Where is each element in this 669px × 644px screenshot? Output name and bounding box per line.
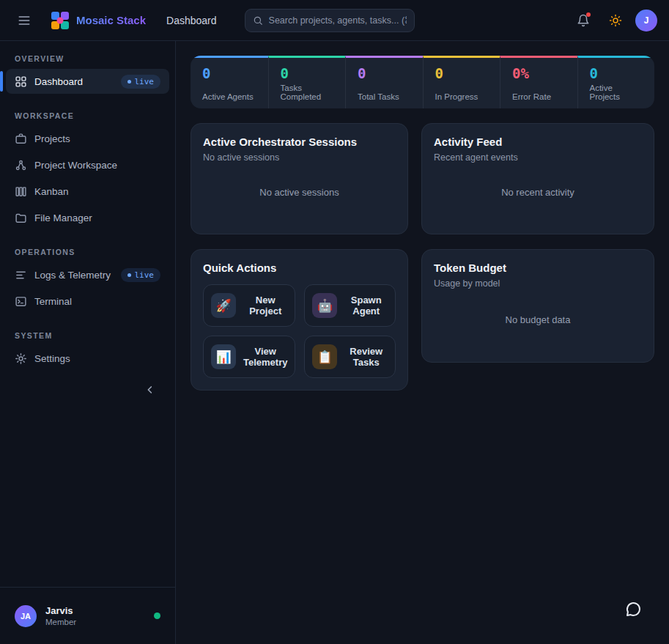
- sidebar-item-label: Projects: [34, 133, 70, 144]
- top-header: Mosaic Stack Dashboard J: [0, 0, 669, 41]
- sidebar-item-label: File Manager: [34, 212, 92, 223]
- stat-value: 0: [358, 67, 411, 81]
- sidebar-user-card[interactable]: JA Jarvis Member: [0, 587, 175, 644]
- hamburger-icon: [17, 13, 32, 28]
- live-badge: live: [121, 75, 161, 89]
- sidebar-item-label: Settings: [34, 353, 70, 364]
- sidebar-item-projects[interactable]: Projects: [6, 126, 169, 151]
- stat-value: 0: [202, 67, 256, 81]
- folder-icon: [15, 212, 27, 224]
- sidebar: OVERVIEW Dashboard live WORKSPACE Projec…: [0, 41, 176, 644]
- network-nodes-icon: [15, 159, 27, 171]
- terminal-icon: [15, 295, 27, 308]
- card-title: Quick Actions: [203, 262, 396, 274]
- grid-icon: [15, 75, 27, 88]
- bar-chart-icon: 📊: [211, 344, 236, 369]
- theme-toggle-button[interactable]: [603, 8, 628, 33]
- section-label-system: SYSTEM: [0, 324, 175, 344]
- sidebar-item-label: Terminal: [34, 296, 72, 307]
- live-badge: live: [121, 268, 161, 282]
- search-input[interactable]: [269, 15, 407, 26]
- global-search[interactable]: [245, 9, 415, 32]
- stat-label: Active Projects: [590, 84, 643, 101]
- activity-feed-card: Activity Feed Recent agent events No rec…: [421, 123, 654, 234]
- empty-state-text: No budget data: [506, 314, 571, 325]
- stat-label: Total Tasks: [358, 92, 411, 101]
- sidebar-item-label: Kanban: [34, 186, 69, 197]
- sidebar-item-label: Logs & Telemetry: [34, 270, 111, 281]
- sidebar-item-terminal[interactable]: Terminal: [6, 289, 169, 314]
- user-name: Jarvis: [45, 605, 76, 616]
- review-tasks-button[interactable]: 📋 Review Tasks: [304, 336, 396, 378]
- stat-cell: 0 Active Projects: [577, 56, 655, 108]
- action-label: Spawn Agent: [344, 295, 388, 317]
- chevron-left-icon: [144, 384, 156, 396]
- spawn-agent-button[interactable]: 🤖 Spawn Agent: [304, 284, 396, 327]
- active-sessions-card: Active Orchestrator Sessions No active s…: [191, 123, 408, 234]
- section-label-overview: OVERVIEW: [0, 47, 175, 67]
- sidebar-item-settings[interactable]: Settings: [6, 346, 169, 371]
- sidebar-item-label: Dashboard: [34, 76, 83, 87]
- chat-bubble-icon: [624, 601, 642, 618]
- stat-cell: 0 Active Agents: [191, 56, 268, 108]
- stat-label: Active Agents: [202, 92, 256, 101]
- rocket-icon: 🚀: [211, 293, 236, 318]
- stat-value: 0%: [512, 67, 566, 81]
- action-label: New Project: [243, 295, 287, 317]
- stat-cell: 0 Tasks Completed: [268, 56, 346, 108]
- brand-name: Mosaic Stack: [76, 14, 146, 26]
- app-logo[interactable]: Mosaic Stack: [51, 12, 146, 29]
- action-label: Review Tasks: [344, 346, 388, 368]
- sidebar-item-dashboard[interactable]: Dashboard live: [6, 69, 169, 94]
- card-title: Active Orchestrator Sessions: [203, 136, 396, 148]
- sidebar-item-logs-telemetry[interactable]: Logs & Telemetry live: [6, 262, 169, 287]
- robot-icon: 🤖: [312, 293, 337, 318]
- hamburger-menu-button[interactable]: [12, 8, 37, 33]
- stat-value: 0: [281, 67, 334, 81]
- stat-label: In Progress: [435, 92, 489, 101]
- section-label-workspace: WORKSPACE: [0, 104, 175, 125]
- stat-label: Error Rate: [512, 92, 566, 101]
- stat-label: Tasks Completed: [281, 84, 334, 101]
- token-budget-card: Token Budget Usage by model No budget da…: [421, 249, 654, 363]
- sidebar-collapse-button[interactable]: [140, 380, 160, 400]
- empty-state-text: No active sessions: [259, 187, 339, 198]
- notification-dot: [586, 12, 591, 17]
- notifications-button[interactable]: [571, 8, 596, 33]
- stat-value: 0: [435, 67, 489, 81]
- user-initials-avatar: JA: [15, 605, 37, 627]
- sidebar-item-label: Project Workspace: [34, 160, 117, 171]
- kanban-columns-icon: [15, 185, 27, 198]
- card-subtitle: No active sessions: [203, 152, 396, 163]
- clipboard-icon: 📋: [312, 344, 337, 369]
- stat-cell: 0 Total Tasks: [345, 56, 423, 108]
- view-telemetry-button[interactable]: 📊 View Telemetry: [203, 336, 295, 378]
- stat-value: 0: [590, 67, 643, 81]
- card-title: Activity Feed: [434, 136, 642, 148]
- search-icon: [253, 15, 263, 26]
- card-title: Token Budget: [434, 262, 642, 274]
- gear-icon: [15, 352, 27, 365]
- empty-state-text: No recent activity: [501, 187, 574, 198]
- action-label: View Telemetry: [243, 346, 287, 368]
- sidebar-item-file-manager[interactable]: File Manager: [6, 205, 169, 230]
- sidebar-item-project-workspace[interactable]: Project Workspace: [6, 152, 169, 177]
- sun-icon: [609, 14, 622, 27]
- main-content: 0 Active Agents 0 Tasks Completed 0 Tota…: [176, 41, 669, 644]
- mosaic-logo-icon: [51, 12, 69, 29]
- user-role: Member: [45, 618, 76, 626]
- chat-fab-button[interactable]: [618, 594, 648, 625]
- breadcrumb-page-title: Dashboard: [166, 15, 217, 26]
- stat-cell: 0 In Progress: [423, 56, 500, 108]
- briefcase-icon: [15, 133, 27, 145]
- log-lines-icon: [15, 269, 27, 281]
- card-subtitle: Usage by model: [434, 278, 642, 289]
- sidebar-item-kanban[interactable]: Kanban: [6, 179, 169, 204]
- online-status-dot: [154, 612, 160, 619]
- card-subtitle: Recent agent events: [434, 152, 642, 163]
- section-label-operations: OPERATIONS: [0, 240, 175, 261]
- quick-actions-card: Quick Actions 🚀 New Project 🤖 Spawn Agen…: [191, 249, 408, 391]
- user-avatar[interactable]: J: [635, 10, 657, 32]
- new-project-button[interactable]: 🚀 New Project: [203, 284, 295, 327]
- stat-cell: 0% Error Rate: [500, 56, 577, 108]
